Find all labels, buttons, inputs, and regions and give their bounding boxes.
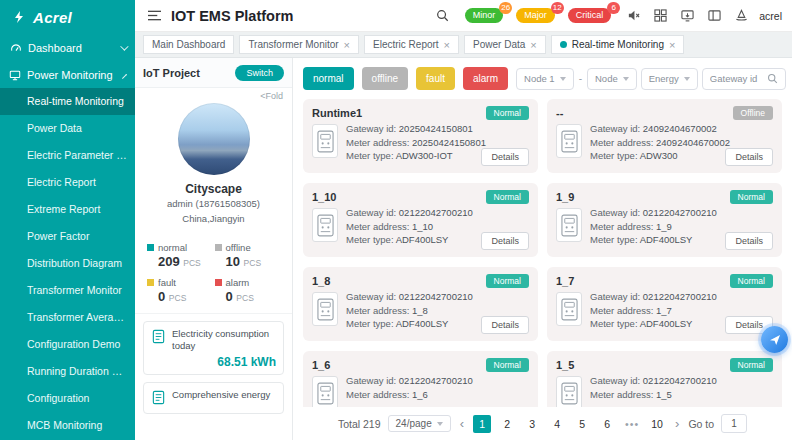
sidebar: Acrel Dashboard Power Monitoring Real-ti… (0, 0, 135, 440)
tab-transformer-monitor[interactable]: Transformer Monitor× (239, 35, 359, 54)
device-name: 1_5 (556, 359, 574, 371)
details-button[interactable]: Details (481, 316, 529, 334)
sidebar-item-power-factor[interactable]: Power Factor (0, 223, 135, 250)
dashboard-gauge-icon (9, 41, 22, 54)
device-card: 1_7NormalGateway id: 02122042700210Meter… (547, 267, 782, 341)
sidebar-item-transformer-average-loa[interactable]: Transformer Average Loa... (0, 304, 135, 331)
search-icon[interactable] (767, 73, 779, 85)
sidebar-item-running-duration-report[interactable]: Running Duration Report (0, 358, 135, 385)
sidebar-item-configuration-demo[interactable]: Configuration Demo (0, 331, 135, 358)
tab-real-time-monitoring[interactable]: Real-time Monitoring× (551, 35, 685, 54)
project-stat-alarm: alarm0 PCS (215, 277, 281, 304)
alarm-badge-critical[interactable]: Critical6 (568, 8, 612, 23)
alarm-badge-minor[interactable]: Minor26 (465, 8, 504, 23)
tab-close-icon[interactable]: × (344, 40, 350, 50)
alarm-count-bubble: 26 (499, 2, 512, 14)
details-button[interactable]: Details (725, 232, 773, 250)
tab-main-dashboard[interactable]: Main Dashboard (143, 35, 234, 54)
details-button[interactable]: Details (481, 232, 529, 250)
username[interactable]: acrel (759, 10, 782, 22)
meter-icon (312, 292, 338, 326)
screen-cast-icon[interactable] (678, 7, 696, 25)
device-gateway-id: Gateway id: 02122042700210 (346, 206, 473, 220)
page-size-select[interactable]: 24/page (388, 415, 451, 432)
apps-grid-icon[interactable] (651, 7, 669, 25)
offline-color-dot (215, 244, 222, 251)
tab-close-icon[interactable]: × (669, 40, 675, 50)
project-panel-title: IoT Project (143, 67, 200, 79)
stat-value: 209 PCS (147, 254, 213, 269)
sidebar-item-real-time-monitoring[interactable]: Real-time Monitoring (0, 88, 135, 115)
sidebar-item-extreme-report[interactable]: Extreme Report (0, 196, 135, 223)
device-meter-address: Meter address: 1_5 (590, 388, 717, 402)
fold-panel-link[interactable]: <Fold (135, 88, 292, 101)
device-status-stats: normal209 PCSoffline10 PCSfault0 PCSalar… (135, 232, 292, 314)
switch-project-button[interactable]: Switch (235, 65, 284, 81)
tab-power-data[interactable]: Power Data× (464, 35, 546, 54)
sidebar-item-dashboard[interactable]: Dashboard (0, 34, 135, 61)
metric-card-electricity-consumption-today: Electricity consumption today68.51 kWh (143, 321, 284, 375)
filter-fault-button[interactable]: fault (416, 67, 455, 90)
sidebar-item-configuration[interactable]: Configuration (0, 385, 135, 412)
device-gateway-id: Gateway id: 02122042700210 (590, 374, 717, 388)
next-page-icon[interactable] (673, 417, 681, 430)
details-button[interactable]: Details (725, 148, 773, 166)
page-number-4[interactable]: 4 (548, 415, 566, 433)
page-ellipsis[interactable]: ••• (623, 415, 641, 433)
filter-alarm-button[interactable]: alarm (463, 67, 508, 90)
page-number-6[interactable]: 6 (598, 415, 616, 433)
tab-close-icon[interactable]: × (530, 40, 536, 50)
device-card: --OfflineGateway id: 24092404670002Meter… (547, 99, 782, 173)
sidebar-collapse-icon[interactable] (145, 7, 163, 25)
sidebar-item-distribution-diagram[interactable]: Distribution Diagram (0, 250, 135, 277)
gateway-search-input[interactable] (710, 73, 762, 84)
details-button[interactable]: Details (481, 148, 529, 166)
project-photo (178, 103, 250, 175)
page-title: IOT EMS Platform (171, 8, 293, 24)
sidebar-item-label: Power Monitoring (27, 69, 113, 81)
skin-theme-hat-icon[interactable] (732, 7, 750, 25)
iot-project-panel: IoT Project Switch <Fold Cityscape admin… (135, 58, 293, 440)
meter-icon (312, 376, 338, 407)
customer-service-float-button[interactable] (761, 326, 788, 353)
select-node-1[interactable]: Node 1 (516, 68, 574, 90)
select-energy[interactable]: Energy (641, 68, 698, 90)
page-number-2[interactable]: 2 (498, 415, 516, 433)
device-meter-address: Meter address: 20250424150801 (346, 136, 486, 150)
filter-normal-button[interactable]: normal (303, 67, 354, 90)
gateway-search-box[interactable] (702, 68, 786, 90)
device-list-panel: normalofflinefaultalarm Node 1-NodeEnerg… (293, 58, 792, 440)
prev-page-icon[interactable] (458, 417, 466, 430)
sidebar-item-power-data[interactable]: Power Data (0, 115, 135, 142)
tab-close-icon[interactable]: × (444, 40, 450, 50)
sidebar-item-electric-parameter-report[interactable]: Electric Parameter Report (0, 142, 135, 169)
sidebar-item-electric-report[interactable]: Electric Report (0, 169, 135, 196)
sidebar-item-mcb-monitoring[interactable]: MCB Monitoring (0, 412, 135, 439)
range-separator: - (578, 73, 583, 84)
meter-icon (556, 376, 582, 407)
alarm-badge-major[interactable]: Major12 (516, 8, 555, 23)
search-icon[interactable] (434, 7, 452, 25)
filter-offline-button[interactable]: offline (362, 67, 409, 90)
device-meter-address: Meter address: 1_9 (590, 220, 717, 234)
mute-icon[interactable] (624, 7, 642, 25)
device-status-badge: Normal (486, 190, 529, 204)
page-number-5[interactable]: 5 (573, 415, 591, 433)
metric-value: 68.51 kWh (151, 355, 276, 369)
select-node[interactable]: Node (587, 68, 637, 90)
sidebar-item-transformer-monitor[interactable]: Transformer Monitor (0, 277, 135, 304)
energy-doc-icon (151, 390, 166, 408)
page-number-3[interactable]: 3 (523, 415, 541, 433)
sidebar-item-label: Dashboard (28, 42, 82, 54)
power-monitor-icon (9, 68, 21, 81)
page-number-1[interactable]: 1 (473, 415, 491, 433)
page-number-10[interactable]: 10 (648, 415, 666, 433)
meter-icon (312, 124, 338, 158)
device-status-badge: Normal (730, 274, 773, 288)
device-meter-type: Meter type: ADF400LSY (590, 317, 717, 331)
project-location: China,Jiangyin (135, 211, 292, 226)
goto-page-input[interactable] (721, 414, 747, 433)
layout-columns-icon[interactable] (705, 7, 723, 25)
tab-electric-report[interactable]: Electric Report× (364, 35, 459, 54)
sidebar-item-power-monitoring[interactable]: Power Monitoring (0, 61, 135, 88)
